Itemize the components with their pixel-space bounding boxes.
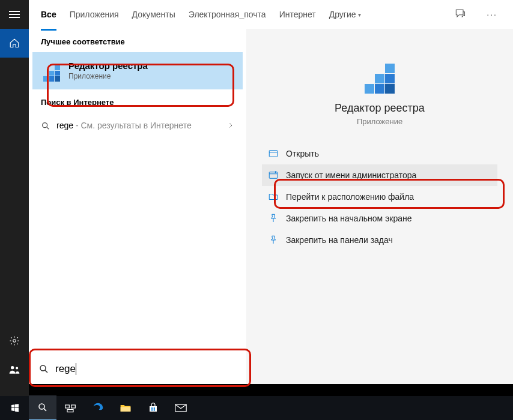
home-button[interactable] (0, 29, 29, 58)
search-icon (37, 402, 48, 413)
admin-icon (268, 170, 279, 181)
svg-rect-10 (67, 410, 73, 412)
svg-rect-9 (71, 405, 76, 408)
svg-rect-4 (269, 151, 278, 157)
results-column: Лучшее соответствие Редактор реестра При… (29, 29, 246, 384)
tab-web[interactable]: Интернет (279, 0, 316, 31)
tab-documents[interactable]: Документы (132, 0, 175, 31)
preview-title: Редактор реестра (335, 102, 425, 115)
web-search-header: Поиск в Интернете (29, 89, 246, 113)
svg-point-6 (40, 365, 46, 371)
taskbar (0, 396, 513, 420)
settings-button[interactable] (0, 326, 29, 355)
preview-subtitle: Приложение (357, 117, 402, 126)
store-button[interactable] (139, 396, 167, 420)
feedback-button[interactable] (451, 4, 470, 25)
result-regedit[interactable]: Редактор реестра Приложение (32, 52, 243, 89)
folder-icon (268, 191, 279, 202)
open-icon (268, 148, 279, 159)
feedback-icon (454, 8, 466, 20)
start-rail (0, 0, 29, 420)
search-icon (41, 121, 50, 131)
mail-button[interactable] (167, 396, 195, 420)
svg-rect-13 (154, 407, 155, 409)
search-panel: Все Приложения Документы Электронная_поч… (29, 0, 513, 384)
result-subtitle: Приложение (68, 72, 148, 81)
regedit-icon (41, 60, 62, 82)
hamburger-button[interactable] (0, 0, 29, 29)
windows-icon (10, 403, 20, 413)
svg-point-0 (13, 340, 16, 343)
svg-rect-15 (154, 409, 155, 410)
start-button[interactable] (1, 396, 29, 420)
action-open-location[interactable]: Перейти к расположению файла (262, 186, 497, 208)
edge-button[interactable] (84, 396, 112, 420)
people-icon (8, 364, 20, 375)
best-match-header: Лучшее соответствие (29, 29, 246, 52)
svg-point-3 (43, 123, 47, 128)
action-open[interactable]: Открыть (262, 143, 497, 164)
regedit-icon-large (359, 52, 401, 94)
action-pin-taskbar[interactable]: Закрепить на панели задач (262, 229, 497, 251)
svg-rect-14 (151, 409, 153, 410)
result-title: Редактор реестра (68, 61, 148, 72)
tab-all[interactable]: Все (41, 0, 56, 31)
tab-email[interactable]: Электронная_почта (189, 0, 266, 31)
search-icon (38, 364, 49, 374)
folder-icon (120, 403, 132, 413)
svg-rect-8 (65, 405, 70, 408)
action-pin-start[interactable]: Закрепить на начальном экране (262, 208, 497, 229)
svg-rect-12 (151, 407, 153, 409)
hamburger-icon (9, 11, 20, 18)
svg-point-2 (16, 367, 18, 370)
chevron-right-icon (227, 121, 234, 131)
filter-tabs: Все Приложения Документы Электронная_поч… (29, 0, 513, 29)
gear-icon (9, 335, 20, 346)
mail-icon (175, 404, 187, 412)
explorer-button[interactable] (112, 396, 139, 420)
search-button[interactable] (29, 395, 56, 420)
pin-icon (268, 235, 279, 245)
svg-point-7 (39, 404, 44, 409)
action-run-as-admin[interactable]: Запуск от имени администратора (262, 164, 497, 186)
result-web-search[interactable]: rege - См. результаты в Интернете (32, 113, 243, 139)
tab-apps[interactable]: Приложения (70, 0, 119, 31)
pin-icon (268, 213, 279, 224)
account-button[interactable] (0, 355, 29, 384)
tab-more[interactable]: Другие ▾ (329, 0, 362, 31)
search-query: rege (55, 363, 76, 376)
task-view-button[interactable] (56, 396, 84, 420)
svg-rect-11 (121, 407, 131, 412)
task-view-icon (64, 403, 76, 413)
preview-pane: Редактор реестра Приложение Открыть Запу… (246, 29, 513, 384)
options-button[interactable]: ··· (483, 6, 501, 23)
home-icon (9, 38, 20, 49)
svg-rect-5 (269, 172, 278, 179)
chevron-down-icon: ▾ (358, 11, 361, 18)
search-input[interactable]: rege (30, 355, 245, 383)
store-icon (148, 403, 159, 413)
edge-icon (92, 402, 104, 414)
svg-point-1 (11, 366, 14, 369)
